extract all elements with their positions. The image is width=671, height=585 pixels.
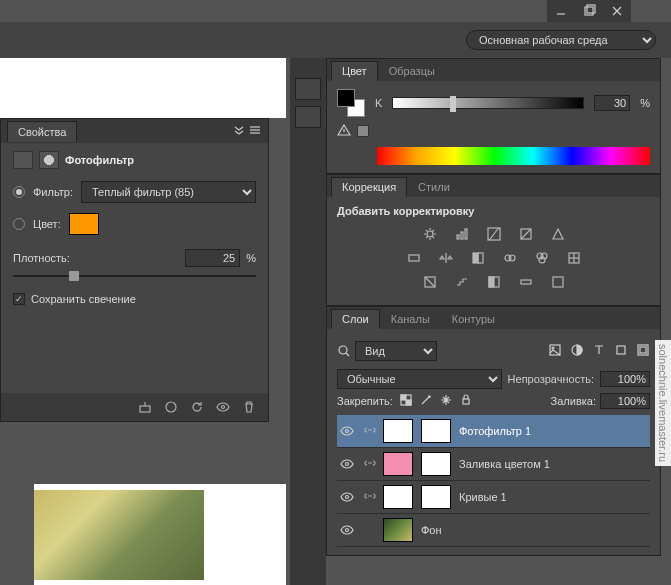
layer-thumbnail[interactable] <box>383 518 413 542</box>
fill-input[interactable] <box>600 393 650 409</box>
canvas-preview <box>34 484 286 585</box>
layer-thumbnail[interactable] <box>383 485 413 509</box>
layer-thumbnail[interactable] <box>383 419 413 443</box>
tab-channels[interactable]: Каналы <box>380 309 441 329</box>
maximize-button[interactable] <box>575 0 603 22</box>
visibility-icon[interactable] <box>339 457 355 471</box>
layer-name[interactable]: Заливка цветом 1 <box>459 458 550 470</box>
clip-to-layer-icon[interactable] <box>136 399 154 415</box>
visibility-icon[interactable] <box>339 490 355 504</box>
tab-paths[interactable]: Контуры <box>441 309 506 329</box>
gamut-swatch[interactable] <box>357 125 369 137</box>
svg-rect-20 <box>478 253 483 263</box>
brightness-icon[interactable] <box>419 225 441 243</box>
exposure-icon[interactable] <box>515 225 537 243</box>
k-slider[interactable] <box>392 97 584 109</box>
filter-select[interactable]: Теплый фильтр (85) <box>81 181 256 203</box>
svg-rect-41 <box>640 347 646 353</box>
color-swatch[interactable] <box>69 213 99 235</box>
k-value-input[interactable] <box>594 95 630 111</box>
foreground-background-swatch[interactable] <box>337 89 365 117</box>
levels-icon[interactable] <box>451 225 473 243</box>
tab-swatches[interactable]: Образцы <box>378 61 446 81</box>
gradient-map-icon[interactable] <box>515 273 537 291</box>
layer-thumbnail[interactable] <box>383 452 413 476</box>
opacity-input[interactable] <box>600 371 650 387</box>
workspace-select[interactable]: Основная рабочая среда <box>466 30 656 50</box>
color-balance-icon[interactable] <box>435 249 457 267</box>
density-unit: % <box>246 252 256 264</box>
collapsed-panel-button[interactable] <box>295 78 321 100</box>
watermark: solnechnie.livemaster.ru <box>655 340 671 466</box>
lock-position-icon[interactable] <box>439 393 453 409</box>
foreground-color[interactable] <box>337 89 355 107</box>
color-radio[interactable] <box>13 218 25 230</box>
gamut-warning-icon[interactable] <box>337 123 351 139</box>
layer-mask-thumbnail[interactable] <box>421 452 451 476</box>
link-icon[interactable] <box>363 456 375 472</box>
lock-all-icon[interactable] <box>459 393 473 409</box>
visibility-icon[interactable] <box>339 523 355 537</box>
layer-name[interactable]: Кривые 1 <box>459 491 507 503</box>
tab-color[interactable]: Цвет <box>331 61 378 81</box>
visibility-icon[interactable] <box>339 424 355 438</box>
link-icon[interactable] <box>363 423 375 439</box>
layer-row[interactable]: Кривые 1 <box>337 481 650 514</box>
layer-mask-thumbnail[interactable] <box>421 485 451 509</box>
color-lookup-icon[interactable] <box>563 249 585 267</box>
view-previous-icon[interactable] <box>162 399 180 415</box>
filter-adjustment-icon[interactable] <box>570 343 584 359</box>
layer-row[interactable]: Фон <box>337 514 650 547</box>
density-slider[interactable] <box>13 275 256 277</box>
tab-layers[interactable]: Слои <box>331 309 380 329</box>
minimize-button[interactable] <box>547 0 575 22</box>
lock-pixels-icon[interactable] <box>419 393 433 409</box>
adjustments-title: Добавить корректировку <box>337 205 650 217</box>
panel-collapse-icon[interactable] <box>232 123 246 139</box>
photo-filter-icon[interactable] <box>499 249 521 267</box>
hue-sat-icon[interactable] <box>403 249 425 267</box>
filter-shape-icon[interactable] <box>614 343 628 359</box>
blend-mode-select[interactable]: Обычные <box>337 369 502 389</box>
svg-rect-2 <box>587 5 595 13</box>
tab-styles[interactable]: Стили <box>407 177 461 197</box>
channel-mixer-icon[interactable] <box>531 249 553 267</box>
svg-rect-14 <box>461 232 463 239</box>
posterize-icon[interactable] <box>451 273 473 291</box>
bw-icon[interactable] <box>467 249 489 267</box>
threshold-icon[interactable] <box>483 273 505 291</box>
layer-mask-thumbnail[interactable] <box>421 419 451 443</box>
preserve-luminosity-checkbox[interactable]: ✓ <box>13 293 25 305</box>
tab-adjustments[interactable]: Коррекция <box>331 177 407 197</box>
density-input[interactable] <box>185 249 240 267</box>
panel-menu-icon[interactable] <box>248 123 262 139</box>
delete-icon[interactable] <box>240 399 258 415</box>
selective-color-icon[interactable] <box>547 273 569 291</box>
layer-name[interactable]: Фотофильтр 1 <box>459 425 531 437</box>
filter-label: Фильтр: <box>33 186 73 198</box>
filter-type-icon[interactable] <box>592 343 606 359</box>
close-button[interactable] <box>603 0 631 22</box>
mask-icon <box>39 151 59 169</box>
svg-point-49 <box>346 529 349 532</box>
layer-row[interactable]: Фотофильтр 1 <box>337 415 650 448</box>
svg-point-9 <box>166 402 176 412</box>
filter-pixel-icon[interactable] <box>548 343 562 359</box>
layer-filter-select[interactable]: Вид <box>355 341 437 361</box>
properties-tab[interactable]: Свойства <box>7 121 77 142</box>
collapsed-panel-button[interactable] <box>295 106 321 128</box>
lock-transparent-icon[interactable] <box>399 393 413 409</box>
svg-line-35 <box>346 353 349 356</box>
vibrance-icon[interactable] <box>547 225 569 243</box>
invert-icon[interactable] <box>419 273 441 291</box>
k-label: K <box>375 97 382 109</box>
toggle-visibility-icon[interactable] <box>214 399 232 415</box>
color-spectrum[interactable] <box>377 147 650 165</box>
layer-row[interactable]: Заливка цветом 1 <box>337 448 650 481</box>
link-icon[interactable] <box>363 489 375 505</box>
layer-name[interactable]: Фон <box>421 524 442 536</box>
filter-radio[interactable] <box>13 186 25 198</box>
curves-icon[interactable] <box>483 225 505 243</box>
reset-icon[interactable] <box>188 399 206 415</box>
filter-smart-icon[interactable] <box>636 343 650 359</box>
